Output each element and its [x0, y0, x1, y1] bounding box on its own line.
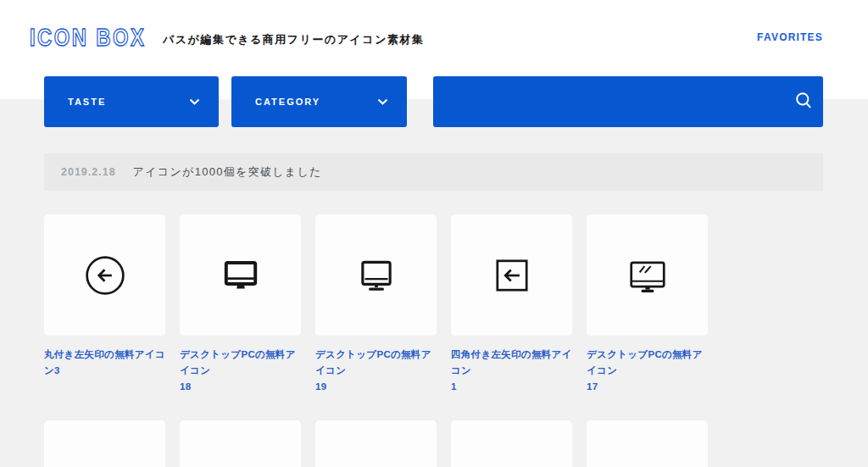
- square-arrow-left-icon: [491, 254, 533, 297]
- icon-card[interactable]: デスクトップPCの無料アイコン 17: [587, 214, 708, 395]
- search-icon: [794, 91, 814, 113]
- search-button[interactable]: [784, 91, 823, 113]
- desktop-with-tower-icon: [84, 460, 126, 467]
- icon-tile[interactable]: [180, 420, 301, 467]
- category-dropdown[interactable]: CATEGORY: [231, 76, 407, 127]
- icon-tile[interactable]: [44, 214, 165, 336]
- desktop-monitor-stand-icon: [355, 254, 398, 297]
- icon-card-label[interactable]: 四角付き左矢印の無料アイコン 1: [451, 347, 572, 395]
- imac-shine-icon: [626, 254, 669, 297]
- chevron-down-icon: [189, 98, 200, 105]
- icon-card-label[interactable]: デスクトップPCの無料アイコン 17: [587, 347, 708, 395]
- news-message: アイコンが1000個を突破しました: [133, 164, 322, 180]
- icon-tile[interactable]: [587, 214, 708, 336]
- icon-card-label[interactable]: デスクトップPCの無料アイコン 19: [315, 347, 437, 395]
- monitor-top-bar-icon: [491, 460, 533, 467]
- icon-card[interactable]: [44, 420, 165, 467]
- icon-grid: 丸付き左矢印の無料アイコン3デスクトップPCの無料アイコン 18デスクトップPC…: [44, 214, 708, 467]
- circle-arrow-left-icon: [84, 254, 126, 297]
- icon-tile[interactable]: [44, 420, 165, 467]
- icon-card[interactable]: [315, 420, 437, 467]
- icon-card[interactable]: 丸付き左矢印の無料アイコン3: [44, 214, 165, 395]
- icon-tile[interactable]: [315, 420, 437, 467]
- search-bar: [433, 76, 823, 127]
- chevron-down-icon: [377, 98, 388, 105]
- taste-dropdown[interactable]: TASTE: [44, 76, 219, 127]
- icon-tile[interactable]: [451, 420, 572, 467]
- icon-card-label[interactable]: デスクトップPCの無料アイコン 18: [180, 347, 301, 395]
- favorites-link[interactable]: FAVORITES: [757, 31, 823, 43]
- site-tagline: パスが編集できる商用フリーのアイコン素材集: [163, 32, 424, 47]
- icon-card[interactable]: デスクトップPCの無料アイコン 19: [315, 214, 437, 395]
- site-logo[interactable]: ICON BOX: [30, 24, 146, 52]
- icon-tile[interactable]: [180, 214, 301, 336]
- category-dropdown-label: CATEGORY: [255, 97, 320, 107]
- icon-card[interactable]: [451, 420, 572, 467]
- icon-card[interactable]: [587, 420, 708, 467]
- news-date: 2019.2.18: [61, 166, 116, 178]
- desktop-with-tower-small-icon: [626, 460, 669, 467]
- taste-dropdown-label: TASTE: [68, 97, 106, 107]
- icon-tile[interactable]: [587, 420, 708, 467]
- icon-card[interactable]: [180, 420, 301, 467]
- imac-monitor-icon: [220, 460, 262, 467]
- widescreen-monitor-icon: [355, 460, 398, 467]
- icon-tile[interactable]: [451, 214, 572, 336]
- icon-card-label[interactable]: 丸付き左矢印の無料アイコン3: [44, 347, 165, 379]
- news-banner[interactable]: 2019.2.18 アイコンが1000個を突破しました: [44, 153, 823, 191]
- icon-tile[interactable]: [315, 214, 437, 336]
- icon-card[interactable]: デスクトップPCの無料アイコン 18: [180, 214, 301, 395]
- desktop-monitor-icon: [220, 254, 262, 297]
- icon-card[interactable]: 四角付き左矢印の無料アイコン 1: [451, 214, 572, 395]
- search-input[interactable]: [433, 76, 784, 127]
- page: ICON BOX パスが編集できる商用フリーのアイコン素材集 FAVORITES…: [0, 0, 868, 467]
